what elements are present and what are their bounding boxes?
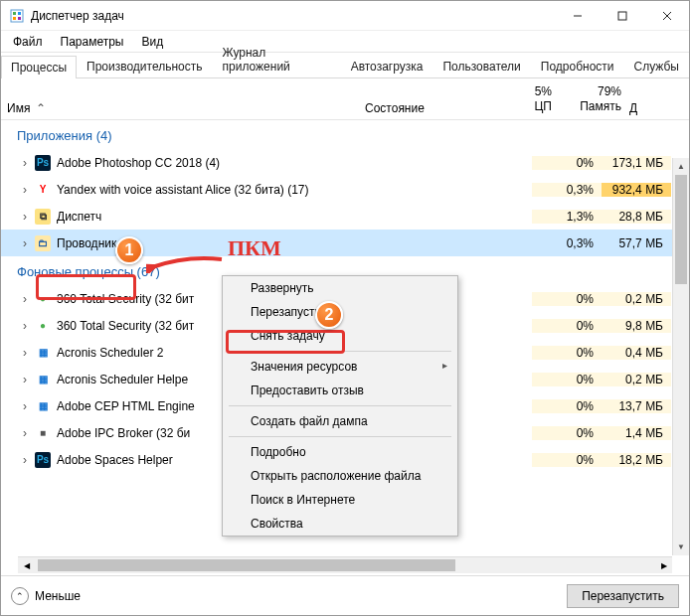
col-mem[interactable]: 79% Память — [560, 84, 629, 119]
expand-icon[interactable]: › — [17, 373, 33, 386]
mem-value: 0,4 МБ — [602, 346, 671, 360]
expand-icon[interactable]: › — [17, 183, 33, 197]
tab-3[interactable]: Автозагрузка — [341, 55, 433, 77]
col-extra[interactable]: Д — [629, 101, 647, 119]
col-name[interactable]: Имя ⌃ — [1, 101, 365, 119]
expand-icon[interactable]: › — [17, 426, 33, 440]
expand-icon[interactable]: › — [17, 292, 33, 306]
cpu-value: 0% — [532, 156, 602, 170]
menu-item[interactable]: Создать файл дампа — [223, 409, 457, 433]
mem-value: 0,2 МБ — [602, 292, 671, 306]
group-apps[interactable]: Приложения (4) — [1, 120, 689, 149]
app-icon: ● — [35, 318, 51, 334]
app-icon: ■ — [35, 425, 51, 441]
sort-chevron-icon: ⌃ — [36, 101, 46, 115]
horizontal-scrollbar[interactable]: ◀ ▶ — [18, 556, 672, 573]
cpu-value: 0,3% — [532, 183, 602, 197]
menu-item[interactable]: Значения ресурсов — [223, 355, 457, 379]
scroll-left-icon[interactable]: ◀ — [18, 557, 35, 574]
hscroll-thumb[interactable] — [38, 559, 455, 571]
app-icon: ● — [35, 291, 51, 307]
expand-icon[interactable]: › — [17, 319, 33, 333]
mem-value: 57,7 МБ — [602, 236, 671, 250]
menu-separator — [229, 351, 451, 352]
col-cpu[interactable]: 5% ЦП — [490, 84, 560, 119]
expand-icon[interactable]: › — [17, 236, 33, 250]
close-button[interactable] — [644, 1, 689, 31]
tab-4[interactable]: Пользователи — [432, 55, 530, 77]
expand-icon[interactable]: › — [17, 453, 33, 467]
cpu-value: 0% — [532, 319, 602, 333]
cpu-value: 0% — [532, 373, 602, 386]
cpu-value: 1,3% — [532, 210, 602, 224]
context-menu: РазвернутьПерезапуститьСнять задачуЗначе… — [222, 275, 458, 537]
menu-file[interactable]: Файл — [5, 33, 51, 51]
restart-button[interactable]: Перезапустить — [567, 584, 679, 608]
svg-rect-4 — [18, 17, 21, 20]
process-row[interactable]: ›YYandex with voice assistant Alice (32 … — [1, 176, 689, 203]
app-icon: Ps — [35, 452, 51, 468]
tab-6[interactable]: Службы — [624, 55, 689, 77]
expand-icon[interactable]: › — [17, 346, 33, 360]
tab-5[interactable]: Подробности — [531, 55, 624, 77]
tabs: ПроцессыПроизводительностьЖурнал приложе… — [1, 53, 689, 78]
scroll-thumb[interactable] — [675, 175, 687, 284]
menu-view[interactable]: Вид — [133, 33, 171, 51]
app-icon: 🗀 — [35, 235, 51, 251]
vertical-scrollbar[interactable]: ▲ ▼ — [672, 158, 689, 555]
mem-value: 932,4 МБ — [602, 183, 671, 197]
menu-item[interactable]: Снять задачу — [223, 324, 457, 348]
menu-item[interactable]: Перезапустить — [223, 300, 457, 324]
cpu-value: 0% — [532, 426, 602, 440]
menu-item[interactable]: Свойства — [223, 512, 457, 536]
process-row[interactable]: ›⧉Диспетч1,3%28,8 МБ — [1, 203, 689, 230]
menu-item[interactable]: Подробно — [223, 440, 457, 464]
expand-icon[interactable]: › — [17, 399, 33, 413]
process-name: Проводник — [57, 236, 407, 250]
mem-value: 13,7 МБ — [602, 399, 671, 413]
col-state[interactable]: Состояние — [365, 101, 490, 119]
mem-value: 28,8 МБ — [602, 210, 671, 224]
process-row[interactable]: ›PsAdobe Photoshop CC 2018 (4)0%173,1 МБ — [1, 149, 689, 176]
app-icon: ▦ — [35, 398, 51, 414]
window-title: Диспетчер задач — [31, 9, 555, 23]
expand-icon[interactable]: › — [17, 156, 33, 170]
scroll-up-icon[interactable]: ▲ — [673, 158, 689, 175]
maximize-button[interactable] — [600, 1, 644, 31]
process-name: Диспетч — [57, 210, 407, 224]
cpu-value: 0% — [532, 292, 602, 306]
footer: ⌃ Меньше Перезапустить — [1, 575, 689, 615]
svg-rect-0 — [11, 10, 23, 22]
app-icon: ⧉ — [35, 209, 51, 225]
cpu-value: 0% — [532, 453, 602, 467]
svg-rect-3 — [13, 17, 16, 20]
column-header: Имя ⌃ Состояние 5% ЦП 79% Память Д — [1, 78, 689, 120]
minimize-button[interactable] — [555, 1, 600, 31]
scroll-down-icon[interactable]: ▼ — [673, 539, 689, 555]
chevron-up-icon: ⌃ — [11, 587, 29, 605]
menu-item[interactable]: Предоставить отзыв — [223, 379, 457, 402]
menu-item[interactable]: Развернуть — [223, 276, 457, 300]
app-icon: Ps — [35, 155, 51, 171]
app-icon: Y — [35, 182, 51, 198]
mem-value: 9,8 МБ — [602, 319, 671, 333]
menu-item[interactable]: Открыть расположение файла — [223, 464, 457, 488]
svg-rect-2 — [18, 12, 21, 15]
menu-item[interactable]: Поиск в Интернете — [223, 488, 457, 512]
titlebar: Диспетчер задач — [1, 1, 689, 31]
menubar: Файл Параметры Вид — [1, 31, 689, 53]
tab-2[interactable]: Журнал приложений — [213, 41, 341, 77]
mem-value: 18,2 МБ — [602, 453, 671, 467]
scroll-right-icon[interactable]: ▶ — [655, 557, 672, 574]
fewer-details-button[interactable]: ⌃ Меньше — [11, 587, 81, 605]
cpu-value: 0% — [532, 346, 602, 360]
tab-1[interactable]: Производительность — [77, 55, 212, 77]
mem-value: 173,1 МБ — [602, 156, 671, 170]
menu-options[interactable]: Параметры — [53, 33, 132, 51]
app-icon — [9, 8, 25, 24]
tab-0[interactable]: Процессы — [1, 56, 77, 78]
cpu-value: 0,3% — [532, 236, 602, 250]
expand-icon[interactable]: › — [17, 210, 33, 224]
svg-rect-6 — [618, 12, 626, 20]
process-row[interactable]: ›🗀Проводник0,3%57,7 МБ — [1, 230, 689, 256]
